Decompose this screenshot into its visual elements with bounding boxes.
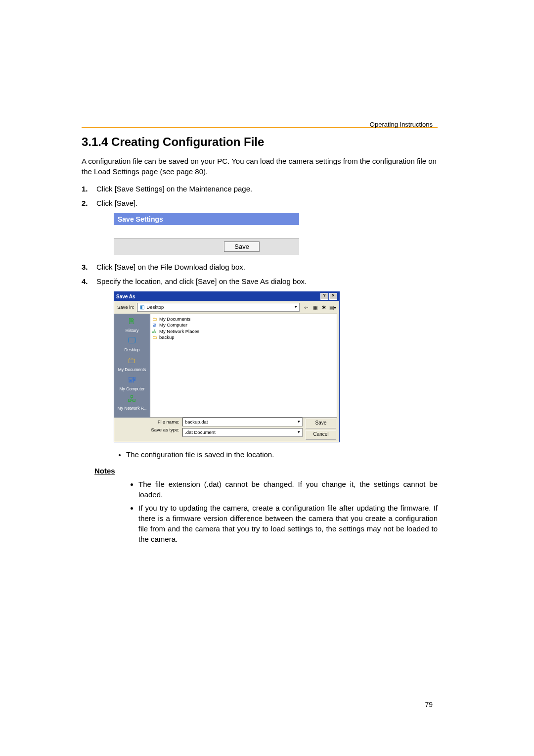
savetype-label: Save as type: bbox=[150, 427, 179, 432]
desktop-icon[interactable]: 🖵 bbox=[126, 335, 138, 347]
step-number: 4. bbox=[82, 276, 96, 286]
savein-label: Save in: bbox=[117, 305, 134, 310]
step-number: 2. bbox=[82, 198, 96, 208]
step-4: 4. Specify the location, and click [Save… bbox=[82, 276, 438, 286]
back-icon[interactable]: ⇦ bbox=[303, 304, 310, 311]
views-icon[interactable]: ▤▾ bbox=[329, 304, 336, 311]
save-button[interactable]: Save bbox=[306, 419, 336, 428]
page-content: Operating Instructions 3.1.4 Creating Co… bbox=[0, 0, 534, 756]
chevron-down-icon: ▾ bbox=[298, 420, 300, 425]
step-number: 1. bbox=[82, 184, 96, 194]
new-folder-icon[interactable]: ✱ bbox=[320, 304, 327, 311]
notes-heading: Notes bbox=[94, 467, 438, 475]
step-number: 3. bbox=[82, 262, 96, 272]
bottom-buttons: Save Cancel bbox=[306, 418, 336, 440]
step-text: Click [Save Settings] on the Maintenance… bbox=[96, 184, 438, 194]
close-icon[interactable]: × bbox=[329, 293, 337, 300]
notes-list: The file extension (.dat) cannot be chan… bbox=[119, 479, 438, 544]
saveas-title: Save As bbox=[116, 294, 135, 299]
filename-value: backup.dat bbox=[185, 420, 208, 425]
note-item: If you try to updating the camera, creat… bbox=[138, 503, 438, 544]
cancel-button[interactable]: Cancel bbox=[306, 430, 336, 440]
intro-paragraph: A configuration file can be saved on you… bbox=[82, 156, 438, 177]
sub-bullet: The configuration file is saved in the l… bbox=[126, 449, 438, 460]
mydocuments-icon[interactable]: 🗀 bbox=[126, 355, 138, 367]
mycomputer-label: My Computer bbox=[119, 387, 144, 391]
bottom-inputs: backup.dat ▾ .dat Document ▾ bbox=[182, 418, 303, 437]
toolbar-icons: ⇦ ▦ ✱ ▤▾ bbox=[303, 304, 336, 311]
saveas-figure: Save As ? × Save in: ◧ Desktop ▾ ⇦ ▦ ✱ ▤… bbox=[114, 291, 438, 442]
folder-icon: 🗀 bbox=[152, 317, 157, 322]
network-icon: 🖧 bbox=[152, 329, 157, 334]
saveas-middle: 🗎 History 🖵 Desktop 🗀 My Documents 🖳 My … bbox=[114, 314, 339, 418]
saveas-places-bar: 🗎 History 🖵 Desktop 🗀 My Documents 🖳 My … bbox=[114, 314, 150, 418]
mycomputer-icon[interactable]: 🖳 bbox=[126, 374, 138, 386]
save-settings-panel: Save Settings Save bbox=[114, 213, 299, 255]
folder-icon: 🗀 bbox=[152, 335, 157, 340]
up-one-level-icon[interactable]: ▦ bbox=[312, 304, 318, 311]
list-item-label: My Computer bbox=[159, 323, 187, 328]
desktop-icon: ◧ bbox=[139, 305, 144, 310]
save-settings-title: Save Settings bbox=[114, 213, 299, 225]
note-item: The file extension (.dat) cannot be chan… bbox=[138, 479, 438, 500]
list-item[interactable]: 🗀 My Documents bbox=[152, 316, 335, 322]
step-text: Click [Save] on the File Download dialog… bbox=[96, 262, 438, 272]
chevron-down-icon: ▾ bbox=[298, 430, 300, 435]
mynetwork-label: My Network P... bbox=[118, 406, 147, 411]
list-item[interactable]: 🗀 backup bbox=[152, 334, 335, 340]
saveas-toolbar: Save in: ◧ Desktop ▾ ⇦ ▦ ✱ ▤▾ bbox=[114, 301, 339, 314]
saveas-dialog: Save As ? × Save in: ◧ Desktop ▾ ⇦ ▦ ✱ ▤… bbox=[114, 291, 340, 442]
saveas-bottom: File name: Save as type: backup.dat ▾ .d… bbox=[114, 418, 339, 442]
step-1: 1. Click [Save Settings] on the Maintena… bbox=[82, 184, 438, 194]
saveas-file-list[interactable]: 🗀 My Documents 🖳 My Computer 🖧 My Networ… bbox=[150, 314, 337, 418]
chevron-down-icon: ▾ bbox=[295, 305, 297, 310]
sub-bullet-list: The configuration file is saved in the l… bbox=[126, 449, 438, 460]
page-number: 79 bbox=[425, 701, 433, 709]
step-text: Specify the location, and click [Save] o… bbox=[96, 276, 438, 286]
filename-input[interactable]: backup.dat ▾ bbox=[182, 418, 303, 426]
saveas-bottom-rows: File name: Save as type: backup.dat ▾ .d… bbox=[114, 418, 303, 437]
save-button[interactable]: Save bbox=[224, 241, 260, 252]
steps-list-2: 3. Click [Save] on the File Download dia… bbox=[82, 262, 438, 286]
list-item[interactable]: 🖳 My Computer bbox=[152, 322, 335, 328]
history-label: History bbox=[126, 329, 138, 333]
savein-dropdown[interactable]: ◧ Desktop ▾ bbox=[137, 303, 300, 312]
savetype-value: .dat Document bbox=[185, 430, 216, 435]
save-settings-footer: Save bbox=[114, 238, 299, 255]
list-item-label: My Network Places bbox=[159, 329, 199, 334]
step-3: 3. Click [Save] on the File Download dia… bbox=[82, 262, 438, 272]
step-2: 2. Click [Save]. bbox=[82, 198, 438, 208]
save-settings-body bbox=[114, 225, 299, 238]
steps-list: 1. Click [Save Settings] on the Maintena… bbox=[82, 184, 438, 208]
desktop-label: Desktop bbox=[124, 348, 139, 352]
step-text: Click [Save]. bbox=[96, 198, 438, 208]
list-item-label: backup bbox=[159, 335, 175, 340]
list-item-label: My Documents bbox=[159, 317, 190, 322]
list-item[interactable]: 🖧 My Network Places bbox=[152, 329, 335, 334]
bottom-labels: File name: Save as type: bbox=[150, 418, 179, 437]
savetype-dropdown[interactable]: .dat Document ▾ bbox=[182, 428, 303, 437]
help-icon[interactable]: ? bbox=[320, 293, 328, 300]
section-heading: 3.1.4 Creating Configuration File bbox=[82, 135, 438, 149]
saveas-titlebar: Save As ? × bbox=[114, 292, 339, 301]
computer-icon: 🖳 bbox=[152, 323, 157, 328]
mynetwork-icon[interactable]: 🖧 bbox=[126, 393, 138, 405]
save-settings-figure: Save Settings Save bbox=[114, 213, 438, 255]
running-header: Operating Instructions bbox=[370, 121, 433, 128]
filename-label: File name: bbox=[150, 420, 179, 425]
history-icon[interactable]: 🗎 bbox=[126, 316, 138, 328]
mydocuments-label: My Documents bbox=[118, 368, 146, 372]
savein-value: Desktop bbox=[146, 305, 164, 310]
